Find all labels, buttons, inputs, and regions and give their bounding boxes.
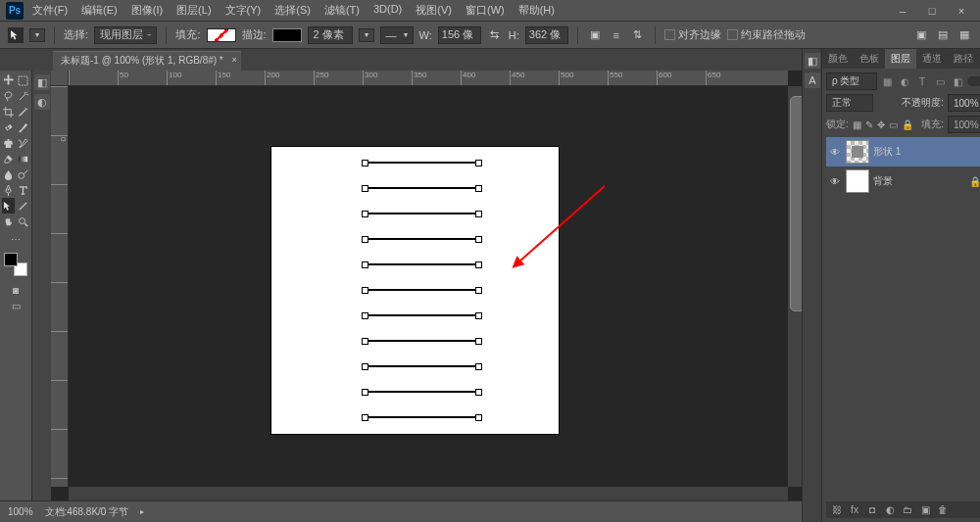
stroke-swatch[interactable] <box>272 28 302 42</box>
minimize-button[interactable]: – <box>892 5 913 17</box>
properties-panel-icon[interactable]: ◐ <box>34 94 50 110</box>
document-info[interactable]: 文档:468.8K/0 字节 <box>45 505 129 519</box>
panel-tab[interactable]: 图层 <box>885 49 916 69</box>
panel-tab[interactable]: 色板 <box>854 49 885 69</box>
panel-icon[interactable]: ▤ <box>935 27 951 43</box>
width-input[interactable]: 156 像 <box>438 26 481 44</box>
layer-row[interactable]: 👁形状 1 <box>826 137 980 166</box>
blend-mode-dropdown[interactable]: 正常 <box>826 94 873 112</box>
shape-line[interactable] <box>365 365 479 367</box>
layer-thumbnail[interactable] <box>846 140 869 164</box>
path-selection-tool[interactable] <box>2 198 15 214</box>
path-arrange-icon[interactable]: ⇅ <box>630 27 646 43</box>
horizontal-ruler[interactable]: 50100150200250300350400450500550600650 <box>69 71 788 86</box>
fill-opacity-input[interactable]: 100% <box>948 116 980 133</box>
menu-item[interactable]: 视图(V) <box>409 1 459 20</box>
adjustment-layer-icon[interactable]: ◐ <box>883 504 897 515</box>
path-selection-tool-icon[interactable] <box>8 27 24 43</box>
shape-line[interactable] <box>365 289 479 291</box>
lock-trans-icon[interactable]: ▦ <box>853 119 861 130</box>
layer-group-icon[interactable]: 🗀 <box>901 504 914 515</box>
history-panel-icon[interactable]: ◧ <box>34 74 50 90</box>
docinfo-dropdown-icon[interactable]: ▸ <box>140 507 144 516</box>
quick-mask-icon[interactable]: ◙ <box>10 282 23 298</box>
marquee-tool[interactable] <box>17 72 29 88</box>
shape-line[interactable] <box>365 263 479 265</box>
shape-line[interactable] <box>365 162 479 164</box>
path-align-icon[interactable]: ≡ <box>609 27 624 43</box>
workspace-icon[interactable]: ▣ <box>913 27 929 43</box>
document-canvas[interactable] <box>271 147 559 434</box>
menu-item[interactable]: 3D(D) <box>367 1 409 20</box>
path-operations-icon[interactable]: ▣ <box>587 27 603 43</box>
shape-line[interactable] <box>365 340 479 342</box>
menu-item[interactable]: 选择(S) <box>268 1 318 20</box>
eraser-tool[interactable] <box>2 151 15 166</box>
layer-thumbnail[interactable] <box>846 169 869 193</box>
lock-artboard-icon[interactable]: ▭ <box>889 119 898 130</box>
maximize-button[interactable]: □ <box>921 5 943 17</box>
menu-item[interactable]: 帮助(H) <box>512 1 562 20</box>
edit-toolbar-icon[interactable]: ⋯ <box>10 231 23 247</box>
shape-line[interactable] <box>365 213 479 214</box>
fill-swatch[interactable] <box>207 28 236 42</box>
layer-fx-icon[interactable]: fx <box>848 504 861 515</box>
lock-all-icon[interactable]: 🔒 <box>902 119 913 130</box>
zoom-level[interactable]: 100% <box>8 506 33 517</box>
clone-stamp-tool[interactable] <box>2 135 15 151</box>
constrain-path-checkbox[interactable]: 约束路径拖动 <box>727 27 806 42</box>
shape-line[interactable] <box>365 314 479 316</box>
character-panel-icon[interactable]: A <box>805 72 820 88</box>
type-tool[interactable] <box>17 182 29 198</box>
stroke-width-dropdown[interactable]: ▾ <box>359 28 374 42</box>
filter-type-icon[interactable]: T <box>914 73 930 89</box>
lock-pos-icon[interactable]: ✥ <box>877 119 885 130</box>
menu-item[interactable]: 文字(Y) <box>219 1 269 20</box>
blur-tool[interactable] <box>2 166 15 182</box>
delete-layer-icon[interactable]: 🗑 <box>936 504 950 515</box>
horizontal-scrollbar[interactable] <box>69 487 788 500</box>
filter-adjust-icon[interactable]: ◐ <box>897 73 912 89</box>
layer-row[interactable]: 👁背景🔒 <box>826 166 980 196</box>
eyedropper-tool[interactable] <box>17 104 29 119</box>
new-layer-icon[interactable]: ▣ <box>918 504 932 515</box>
stroke-width-input[interactable]: 2 像素 <box>308 26 353 44</box>
foreground-background-colors[interactable] <box>4 253 27 276</box>
filter-smart-icon[interactable]: ◧ <box>950 73 965 89</box>
panel-tab[interactable]: 路径 <box>948 49 979 69</box>
adjustments-panel-icon[interactable]: ◧ <box>805 53 820 69</box>
pen-tool[interactable] <box>2 182 15 198</box>
document-tab[interactable]: 未标题-1 @ 100% (形状 1, RGB/8#) * × <box>53 51 241 71</box>
shape-line[interactable] <box>365 416 479 418</box>
filter-pixel-icon[interactable]: ▦ <box>879 73 895 89</box>
menu-item[interactable]: 图层(L) <box>170 1 218 20</box>
menu-item[interactable]: 滤镜(T) <box>318 1 367 20</box>
filter-shape-icon[interactable]: ▭ <box>932 73 948 89</box>
move-tool[interactable] <box>2 72 15 88</box>
shape-line[interactable] <box>365 391 479 393</box>
close-document-icon[interactable]: × <box>232 55 237 65</box>
magic-wand-tool[interactable] <box>17 88 29 104</box>
align-edges-checkbox[interactable]: 对齐边缘 <box>664 27 721 42</box>
link-wh-icon[interactable]: ⇆ <box>487 27 503 43</box>
height-input[interactable]: 362 像 <box>525 26 568 44</box>
menu-item[interactable]: 编辑(E) <box>74 1 124 20</box>
menu-item[interactable]: 窗口(W) <box>459 1 512 20</box>
shape-line[interactable] <box>365 238 479 240</box>
shape-line[interactable] <box>365 187 479 189</box>
line-tool[interactable] <box>17 198 29 214</box>
panel-tab[interactable]: 通道 <box>916 49 948 69</box>
history-brush-tool[interactable] <box>17 135 29 151</box>
opacity-input[interactable]: 100% <box>948 94 980 112</box>
layer-mask-icon[interactable]: ◘ <box>865 504 879 515</box>
screen-mode-icon[interactable]: ▭ <box>10 298 23 313</box>
dodge-tool[interactable] <box>17 166 29 182</box>
stroke-style-dropdown[interactable]: —▾ <box>380 26 414 44</box>
hand-tool[interactable] <box>2 214 15 229</box>
gradient-tool[interactable] <box>17 151 29 166</box>
healing-brush-tool[interactable] <box>2 119 15 135</box>
menu-item[interactable]: 图像(I) <box>124 1 170 20</box>
vertical-scrollbar[interactable] <box>788 86 802 487</box>
vertical-ruler[interactable]: 0 <box>51 86 69 487</box>
select-active-layers-dropdown[interactable]: 现用图层 ÷ <box>94 26 157 44</box>
